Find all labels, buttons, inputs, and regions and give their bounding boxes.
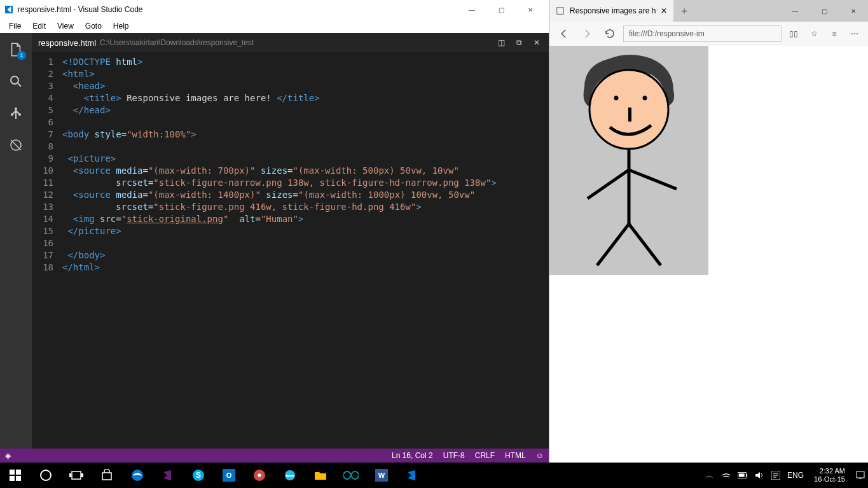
hub-icon[interactable]: ≡ <box>826 25 843 42</box>
split-editor-icon[interactable]: ◫ <box>495 37 507 48</box>
edge-tab[interactable]: Responsive images are h ✕ <box>549 0 673 22</box>
taskbar-arduino-icon[interactable] <box>336 463 366 488</box>
svg-point-10 <box>643 96 647 101</box>
tray-wifi-icon[interactable] <box>721 470 731 480</box>
back-button[interactable] <box>555 24 574 43</box>
reading-view-icon[interactable]: ▯▯ <box>785 25 802 42</box>
close-button[interactable]: ✕ <box>839 0 868 22</box>
taskbar: S O W ︿ ENG 2:32 AM 16-Oct-15 <box>0 463 868 488</box>
svg-rect-19 <box>10 476 15 481</box>
tab-filepath: C:\Users\sakirtan\Downloads\responsive_t… <box>100 38 254 47</box>
svg-rect-20 <box>16 476 21 481</box>
svg-line-16 <box>629 224 661 265</box>
stick-figure-image <box>549 46 708 275</box>
svg-point-3 <box>18 113 21 116</box>
tray-notifications-icon[interactable] <box>855 470 865 480</box>
git-icon[interactable] <box>7 104 25 122</box>
cortana-icon[interactable] <box>31 463 61 488</box>
status-encoding[interactable]: UTF-8 <box>443 451 465 460</box>
edge-viewport <box>549 46 868 463</box>
new-tab-button[interactable]: ＋ <box>673 0 695 22</box>
svg-text:S: S <box>196 471 201 480</box>
svg-point-4 <box>11 113 13 116</box>
editor-tabbar: responsive.html C:\Users\sakirtan\Downlo… <box>32 33 549 52</box>
svg-rect-17 <box>10 470 15 475</box>
explorer-badge: 1 <box>17 51 26 60</box>
svg-line-15 <box>597 224 629 265</box>
edge-window: Responsive images are h ✕ ＋ — ▢ ✕ file:/… <box>549 0 868 463</box>
svg-rect-37 <box>746 474 747 477</box>
svg-rect-22 <box>72 471 81 479</box>
code-lines[interactable]: <!DOCTYPE html><html> <head> <title> Res… <box>62 52 549 449</box>
taskbar-vscode-icon[interactable] <box>397 463 427 488</box>
menu-help[interactable]: Help <box>108 20 134 32</box>
code-editor[interactable]: 123456789101112131415161718 <!DOCTYPE ht… <box>32 52 549 449</box>
svg-rect-38 <box>739 473 745 477</box>
address-bar[interactable]: file:///D:/responsive-im <box>623 25 782 42</box>
svg-rect-23 <box>69 473 71 477</box>
svg-rect-18 <box>16 470 21 475</box>
tray-language[interactable]: ENG <box>787 471 804 480</box>
taskview-icon[interactable] <box>61 463 92 488</box>
maximize-button[interactable]: ▢ <box>809 0 839 22</box>
more-icon[interactable]: ⧉ <box>513 37 525 48</box>
edge-toolbar: file:///D:/responsive-im ▯▯ ☆ ≡ ⋯ <box>549 22 868 46</box>
svg-point-0 <box>11 76 18 84</box>
tray-date: 16-Oct-15 <box>814 475 845 484</box>
tab-filename[interactable]: responsive.html <box>38 38 96 48</box>
close-button[interactable]: ✕ <box>516 0 545 19</box>
status-eol[interactable]: CRLF <box>475 451 495 460</box>
taskbar-vs-icon[interactable] <box>153 463 183 488</box>
close-tab-icon[interactable]: ✕ <box>531 37 542 48</box>
close-tab-icon[interactable]: ✕ <box>661 6 667 15</box>
taskbar-skype-icon[interactable]: S <box>183 463 214 488</box>
tray-volume-icon[interactable] <box>754 470 764 480</box>
menu-view[interactable]: View <box>52 20 79 32</box>
window-title: responsive.html - Visual Studio Code <box>18 5 143 14</box>
vscode-titlebar[interactable]: responsive.html - Visual Studio Code — ▢… <box>0 0 549 19</box>
menu-goto[interactable]: Goto <box>80 20 107 32</box>
forward-button[interactable] <box>577 24 596 43</box>
vscode-menubar: FileEditViewGotoHelp <box>0 19 549 33</box>
taskbar-ie-icon[interactable] <box>275 463 305 488</box>
minimize-button[interactable]: — <box>780 0 809 22</box>
menu-file[interactable]: File <box>4 20 26 32</box>
svg-rect-24 <box>81 473 83 477</box>
svg-text:W: W <box>378 471 385 479</box>
svg-text:O: O <box>226 471 232 479</box>
favorite-icon[interactable]: ☆ <box>806 25 822 42</box>
svg-line-1 <box>18 83 21 87</box>
taskbar-outlook-icon[interactable]: O <box>214 463 244 488</box>
status-lncol[interactable]: Ln 16, Col 2 <box>392 451 433 460</box>
taskbar-word-icon[interactable]: W <box>366 463 397 488</box>
status-branch-icon[interactable]: ◈ <box>5 451 11 460</box>
refresh-button[interactable] <box>600 24 619 43</box>
tray-battery-icon[interactable] <box>738 470 748 480</box>
taskbar-chrome-icon[interactable] <box>244 463 275 488</box>
tray-notes-icon[interactable] <box>771 470 781 480</box>
explorer-icon[interactable]: 1 <box>7 41 25 59</box>
svg-line-14 <box>629 170 677 189</box>
page-icon <box>556 6 565 15</box>
more-icon[interactable]: ⋯ <box>846 25 863 42</box>
menu-edit[interactable]: Edit <box>27 20 51 32</box>
svg-rect-7 <box>557 8 564 15</box>
tray-chevron-icon[interactable]: ︿ <box>705 470 715 480</box>
svg-rect-11 <box>628 108 631 122</box>
search-icon[interactable] <box>7 73 25 90</box>
vscode-window: responsive.html - Visual Studio Code — ▢… <box>0 0 549 463</box>
minimize-button[interactable]: — <box>457 0 486 19</box>
taskbar-explorer-icon[interactable] <box>305 463 336 488</box>
taskbar-store-icon[interactable] <box>92 463 122 488</box>
status-smiley-icon[interactable]: ☺ <box>536 451 544 460</box>
svg-line-13 <box>588 170 629 199</box>
edge-tab-title: Responsive images are h <box>570 6 656 15</box>
start-button[interactable] <box>0 463 31 488</box>
tray-clock[interactable]: 2:32 AM 16-Oct-15 <box>810 467 849 484</box>
taskbar-edge-icon[interactable] <box>122 463 153 488</box>
status-lang[interactable]: HTML <box>505 451 526 460</box>
svg-point-2 <box>15 108 17 110</box>
debug-icon[interactable] <box>7 136 25 154</box>
maximize-button[interactable]: ▢ <box>486 0 516 19</box>
line-gutter: 123456789101112131415161718 <box>32 52 62 449</box>
